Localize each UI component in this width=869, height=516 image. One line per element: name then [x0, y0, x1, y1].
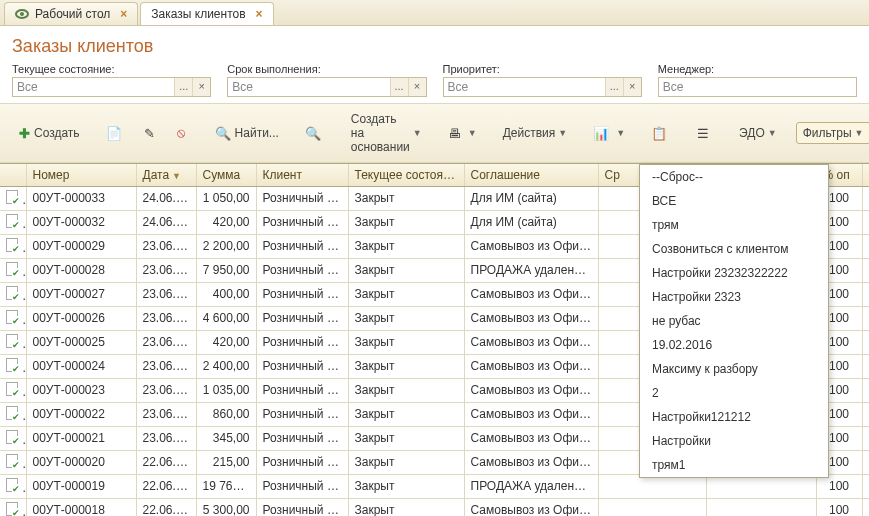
- filter-menu-item[interactable]: Максиму к разбору: [640, 357, 828, 381]
- filter-menu-item[interactable]: ВСЕ: [640, 189, 828, 213]
- tab-label: Рабочий стол: [35, 7, 110, 21]
- filter-menu-item[interactable]: Настройки 2323: [640, 285, 828, 309]
- header-icon[interactable]: [0, 164, 26, 186]
- filter-menu-item[interactable]: Настройки 23232322222: [640, 261, 828, 285]
- cell-agreement: Самовывоз из Офиса: [464, 282, 598, 306]
- edit-button[interactable]: ✎: [137, 122, 166, 145]
- title-bar: Заказы клиентов: [0, 26, 869, 63]
- tab-bar: Рабочий стол × Заказы клиентов ×: [0, 0, 869, 26]
- filter-menu-item[interactable]: 2: [640, 381, 828, 405]
- doc-button[interactable]: 📋: [644, 122, 678, 145]
- header-pct[interactable]: %: [862, 164, 869, 186]
- cell-state: Закрыт: [348, 330, 464, 354]
- header-sum[interactable]: Сумма: [196, 164, 256, 186]
- cancel-find-button[interactable]: 🔍: [298, 122, 332, 145]
- filter-menu-item[interactable]: не рубас: [640, 309, 828, 333]
- header-state[interactable]: Текущее состояние: [348, 164, 464, 186]
- cell-pct: [862, 330, 869, 354]
- filter-priority-input[interactable]: [444, 78, 605, 96]
- cell-agreement: Для ИМ (сайта): [464, 186, 598, 210]
- pencil-icon: ✎: [144, 126, 155, 141]
- cell-date: 24.06.2...: [136, 210, 196, 234]
- page-title: Заказы клиентов: [12, 36, 857, 57]
- clear-icon[interactable]: ×: [192, 78, 210, 96]
- cell-sum: 420,00: [196, 330, 256, 354]
- filter-label: Приоритет:: [443, 63, 642, 75]
- cell-client: Розничный по...: [256, 258, 348, 282]
- cell-sum: 2 400,00: [196, 354, 256, 378]
- cell-state: Закрыт: [348, 234, 464, 258]
- list-button[interactable]: ☰: [690, 122, 720, 145]
- cell-state: Закрыт: [348, 474, 464, 498]
- ellipsis-icon[interactable]: ...: [174, 78, 192, 96]
- cell-client: Розничный по...: [256, 354, 348, 378]
- document-icon: [6, 214, 18, 228]
- edo-button[interactable]: ЭДО▼: [732, 122, 784, 144]
- report-button[interactable]: 📊▼: [586, 122, 632, 145]
- tab-desktop[interactable]: Рабочий стол ×: [4, 2, 138, 25]
- cell-date: 23.06.2...: [136, 426, 196, 450]
- cell-sum: 420,00: [196, 210, 256, 234]
- header-client[interactable]: Клиент: [256, 164, 348, 186]
- close-icon[interactable]: ×: [120, 7, 127, 21]
- cell-agreement: Самовывоз из Офиса: [464, 234, 598, 258]
- header-number[interactable]: Номер: [26, 164, 136, 186]
- filter-menu-item[interactable]: Созвониться с клиентом: [640, 237, 828, 261]
- table-row[interactable]: 00УТ-00001822.06.2...5 300,00Розничный п…: [0, 498, 869, 516]
- cell-pct: [862, 234, 869, 258]
- filters-button[interactable]: Фильтры▼: [796, 122, 869, 144]
- print-button[interactable]: 🖶▼: [441, 122, 484, 145]
- ellipsis-icon[interactable]: ...: [390, 78, 408, 96]
- filter-menu-item[interactable]: Настройки121212: [640, 405, 828, 429]
- cell-pct: [862, 402, 869, 426]
- filter-state: Текущее состояние: ... ×: [12, 63, 211, 97]
- document-icon: [6, 358, 18, 372]
- document-icon: [6, 454, 18, 468]
- close-icon[interactable]: ×: [256, 7, 263, 21]
- filter-deadline-combo[interactable]: ... ×: [227, 77, 426, 97]
- cell-agreement: Самовывоз из Офиса: [464, 354, 598, 378]
- cell-client: Розничный по...: [256, 210, 348, 234]
- header-date[interactable]: Дата▼: [136, 164, 196, 186]
- filter-menu-item[interactable]: трям1: [640, 453, 828, 477]
- create-on-basis-button[interactable]: Создать на основании▼: [344, 108, 429, 158]
- actions-button[interactable]: Действия▼: [496, 122, 575, 144]
- desktop-icon: [15, 9, 29, 19]
- document-icon: [6, 286, 18, 300]
- clear-icon[interactable]: ×: [623, 78, 641, 96]
- filter-menu-item[interactable]: трям: [640, 213, 828, 237]
- filter-manager-combo[interactable]: [658, 77, 857, 97]
- find-button[interactable]: 🔍Найти...: [208, 122, 286, 145]
- filter-state-input[interactable]: [13, 78, 174, 96]
- document-icon: [6, 310, 18, 324]
- cell-pct: [862, 450, 869, 474]
- create-button[interactable]: ✚Создать: [12, 122, 87, 145]
- row-icon-cell: [0, 306, 26, 330]
- header-agreement[interactable]: Соглашение: [464, 164, 598, 186]
- cell-number: 00УТ-000023: [26, 378, 136, 402]
- ellipsis-icon[interactable]: ...: [605, 78, 623, 96]
- filter-menu-item[interactable]: --Сброс--: [640, 165, 828, 189]
- mark-delete-button[interactable]: ⦸: [170, 121, 196, 145]
- row-icon-cell: [0, 210, 26, 234]
- cell-pct: [862, 474, 869, 498]
- cell-state: Закрыт: [348, 450, 464, 474]
- document-icon: [6, 382, 18, 396]
- cell-date: 22.06.2...: [136, 450, 196, 474]
- filter-manager-input[interactable]: [659, 78, 856, 96]
- cell-number: 00УТ-000029: [26, 234, 136, 258]
- copy-button[interactable]: 📄: [99, 122, 133, 145]
- tab-orders[interactable]: Заказы клиентов ×: [140, 2, 273, 25]
- cell-date: 23.06.2...: [136, 282, 196, 306]
- cell-date: 23.06.2...: [136, 354, 196, 378]
- cell-number: 00УТ-000020: [26, 450, 136, 474]
- filter-menu-item[interactable]: Настройки: [640, 429, 828, 453]
- filter-priority-combo[interactable]: ... ×: [443, 77, 642, 97]
- filters-label: Фильтры: [803, 126, 852, 140]
- filter-menu-item[interactable]: 19.02.2016: [640, 333, 828, 357]
- filter-state-combo[interactable]: ... ×: [12, 77, 211, 97]
- list-icon: ☰: [697, 126, 709, 141]
- clear-icon[interactable]: ×: [408, 78, 426, 96]
- filter-deadline-input[interactable]: [228, 78, 389, 96]
- cell-agreement: Самовывоз из Офиса: [464, 426, 598, 450]
